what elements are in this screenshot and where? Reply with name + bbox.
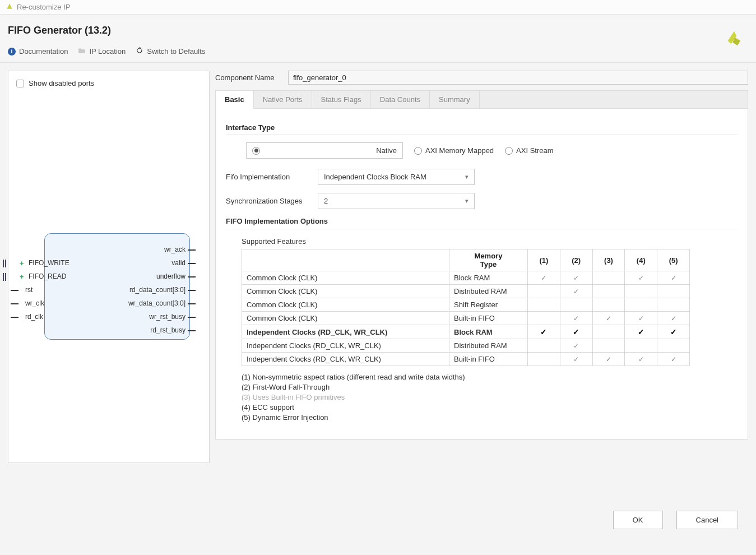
interface-type-title: Interface Type xyxy=(226,123,738,132)
table-header: (3) xyxy=(592,249,625,271)
table-row: Common Clock (CLK)Distributed RAM✓ xyxy=(242,285,690,298)
ip-location-button[interactable]: IP Location xyxy=(78,47,126,55)
tab-data-counts[interactable]: Data Counts xyxy=(371,91,430,108)
tab-status-flags[interactable]: Status Flags xyxy=(312,91,371,108)
fifo-impl-label: Fifo Implementation xyxy=(226,173,310,181)
tab-summary[interactable]: Summary xyxy=(430,91,480,108)
pin-icon xyxy=(188,290,196,291)
ip-location-label: IP Location xyxy=(89,47,126,55)
table-header: MemoryType xyxy=(449,249,528,271)
radio-native[interactable]: Native xyxy=(246,142,403,159)
check-icon: ✓ xyxy=(573,314,579,322)
table-row: Independent Clocks (RD_CLK, WR_CLK)Block… xyxy=(242,325,690,339)
info-icon: i xyxy=(8,48,16,55)
tab-native-ports[interactable]: Native Ports xyxy=(254,91,312,108)
component-name-value: fifo_generator_0 xyxy=(293,73,346,82)
pin-icon xyxy=(188,276,196,278)
show-disabled-ports-label: Show disabled ports xyxy=(29,79,94,87)
table-row: Independent Clocks (RD_CLK, WR_CLK)Built… xyxy=(242,353,690,366)
component-name-input[interactable]: fifo_generator_0 xyxy=(288,71,748,85)
dialog-footer: OK Cancel xyxy=(613,511,738,529)
documentation-button[interactable]: i Documentation xyxy=(8,47,68,55)
check-icon: ✓ xyxy=(606,355,611,363)
table-header: (4) xyxy=(625,249,657,271)
check-icon: ✓ xyxy=(573,288,579,295)
sync-stages-label: Synchronization Stages xyxy=(226,197,310,205)
output-port: wr_data_count[3:0] xyxy=(128,299,198,307)
tab-basic[interactable]: Basic xyxy=(216,91,254,109)
check-icon: ✓ xyxy=(638,355,644,363)
check-icon: ✓ xyxy=(606,314,611,322)
check-icon: ✓ xyxy=(638,327,644,336)
app-logo-icon xyxy=(6,2,13,12)
check-icon: ✓ xyxy=(541,274,546,282)
feature-note: (5) Dynamic Error Injection xyxy=(242,413,738,422)
pin-icon xyxy=(188,303,196,304)
check-icon: ✓ xyxy=(671,314,676,322)
features-table: MemoryType(1)(2)(3)(4)(5)Common Clock (C… xyxy=(242,249,690,366)
feature-note: (2) First-Word Fall-Through xyxy=(242,383,738,391)
switch-defaults-label: Switch to Defaults xyxy=(147,47,205,55)
output-port: wr_rst_busy xyxy=(149,313,198,321)
bus-icon xyxy=(3,260,6,267)
ok-label: OK xyxy=(633,516,643,524)
check-icon: ✓ xyxy=(638,274,644,282)
feature-note: (1) Non-symmetric aspect ratios (differe… xyxy=(242,373,738,381)
radio-icon xyxy=(505,147,513,155)
vendor-logo-icon xyxy=(725,28,744,49)
refresh-icon xyxy=(136,47,143,56)
feature-notes: (1) Non-symmetric aspect ratios (differe… xyxy=(242,373,738,422)
check-icon: ✓ xyxy=(671,274,676,282)
config-panel: Component Name fifo_generator_0 BasicNat… xyxy=(215,71,748,463)
sync-stages-value: 2 xyxy=(324,197,328,205)
supported-features-label: Supported Features xyxy=(242,237,738,246)
check-icon: ✓ xyxy=(573,274,579,282)
table-header: (2) xyxy=(560,249,592,271)
pin-icon xyxy=(11,290,18,291)
pin-icon xyxy=(188,249,196,251)
chevron-down-icon: ▾ xyxy=(465,197,469,205)
input-port: +FIFO_WRITE xyxy=(8,259,69,267)
feature-note: (3) Uses Built-in FIFO primitives xyxy=(242,393,738,401)
output-port: rd_data_count[3:0] xyxy=(129,286,198,294)
toolbar: i Documentation IP Location Switch to De… xyxy=(0,42,756,63)
title-bar: Re-customize IP xyxy=(0,0,756,15)
ok-button[interactable]: OK xyxy=(613,511,663,529)
table-row: Common Clock (CLK)Block RAM✓✓✓✓ xyxy=(242,271,690,285)
output-port: valid xyxy=(171,259,198,267)
check-icon: ✓ xyxy=(573,342,579,350)
feature-note: (4) ECC support xyxy=(242,403,738,411)
radio-label: AXI Memory Mapped xyxy=(425,146,494,155)
tab-bar: BasicNative PortsStatus FlagsData Counts… xyxy=(215,90,748,109)
radio-axi-stream[interactable]: AXI Stream xyxy=(505,146,553,155)
schematic-panel: Show disabled ports +FIFO_WRITE+FIFO_REA… xyxy=(8,71,210,463)
expand-icon[interactable]: + xyxy=(20,274,26,280)
output-port: wr_ack xyxy=(164,246,198,253)
table-row: Common Clock (CLK)Built-in FIFO✓✓✓✓ xyxy=(242,312,690,325)
output-port: rd_rst_busy xyxy=(150,326,198,334)
table-row: Independent Clocks (RD_CLK, WR_CLK)Distr… xyxy=(242,339,690,353)
output-port: underflow xyxy=(156,272,198,280)
pin-icon xyxy=(188,330,196,331)
chevron-down-icon: ▾ xyxy=(465,173,469,181)
check-icon: ✓ xyxy=(670,327,677,336)
show-disabled-ports-checkbox[interactable]: Show disabled ports xyxy=(16,79,201,87)
fifo-impl-select[interactable]: Independent Clocks Block RAM ▾ xyxy=(318,169,475,185)
input-port: wr_clk xyxy=(8,299,44,307)
check-icon: ✓ xyxy=(573,327,579,336)
table-header: (1) xyxy=(528,249,560,271)
window-title: Re-customize IP xyxy=(17,3,70,11)
bus-icon xyxy=(3,273,6,281)
radio-icon xyxy=(414,147,422,155)
check-icon: ✓ xyxy=(573,355,579,363)
switch-defaults-button[interactable]: Switch to Defaults xyxy=(136,47,205,56)
sync-stages-select[interactable]: 2 ▾ xyxy=(318,193,475,209)
table-header: (5) xyxy=(657,249,690,271)
fifo-impl-value: Independent Clocks Block RAM xyxy=(324,173,426,181)
radio-label: Native xyxy=(376,146,397,155)
fifo-options-title: FIFO Implementation Options xyxy=(226,217,738,225)
radio-axi-memory-mapped[interactable]: AXI Memory Mapped xyxy=(414,146,494,155)
cancel-label: Cancel xyxy=(696,516,718,524)
expand-icon[interactable]: + xyxy=(20,260,26,267)
cancel-button[interactable]: Cancel xyxy=(676,511,738,529)
